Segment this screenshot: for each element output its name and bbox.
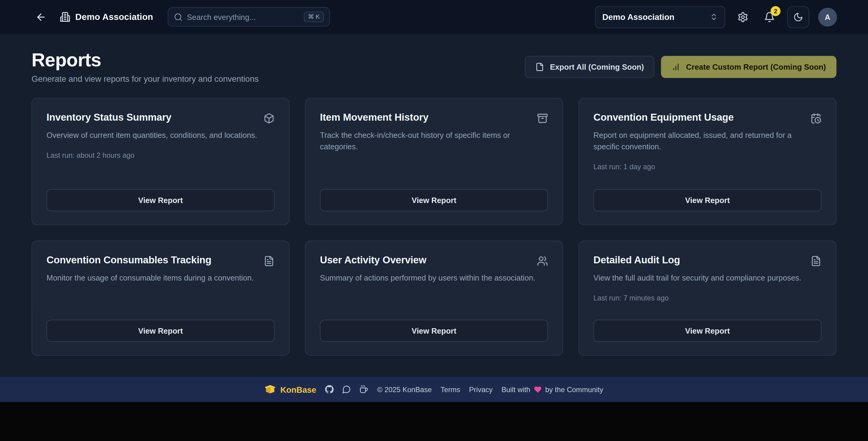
chat-icon[interactable]: [342, 385, 351, 394]
bar-chart-icon: [672, 62, 680, 71]
view-report-button[interactable]: View Report: [594, 320, 822, 342]
report-card-audit-log: Detailed Audit Log View the full audit t…: [579, 241, 836, 355]
footer-social-icons: [325, 385, 368, 394]
app-header: Demo Association ⌘ K Demo Association: [0, 0, 868, 34]
card-description: Summary of actions performed by users wi…: [320, 272, 548, 284]
export-all-button[interactable]: Export All (Coming Soon): [525, 56, 655, 78]
app-viewport: Demo Association ⌘ K Demo Association: [0, 0, 868, 441]
org-selector-value: Demo Association: [602, 12, 675, 22]
org-name: Demo Association: [75, 12, 153, 22]
file-text-icon: [810, 256, 822, 267]
reports-grid: Inventory Status Summary Overview of cur…: [32, 98, 837, 355]
notifications-button[interactable]: 2: [761, 8, 778, 26]
card-title: Convention Equipment Usage: [594, 112, 734, 123]
page-background: [0, 402, 868, 441]
header-actions: Demo Association 2: [595, 6, 837, 28]
search-input[interactable]: [187, 12, 300, 21]
card-last-run: Last run: 7 minutes ago: [594, 294, 822, 302]
archive-icon: [537, 113, 548, 124]
built-with-prefix: Built with: [501, 385, 530, 394]
back-button[interactable]: [35, 11, 46, 23]
org-brand[interactable]: Demo Association: [60, 12, 153, 22]
package-icon: [264, 113, 275, 124]
report-card-item-movement: Item Movement History Track the check-in…: [305, 98, 563, 225]
settings-button[interactable]: [734, 8, 752, 26]
view-report-button[interactable]: View Report: [46, 189, 274, 211]
create-custom-report-label: Create Custom Report (Coming Soon): [686, 62, 826, 71]
card-description: Monitor the usage of consumable items du…: [46, 272, 274, 284]
report-card-inventory-status: Inventory Status Summary Overview of cur…: [32, 98, 289, 225]
card-title: User Activity Overview: [320, 254, 426, 266]
footer-copyright: © 2025 KonBase: [377, 385, 432, 394]
konbase-logo-icon: [265, 383, 276, 396]
footer-brand[interactable]: KonBase: [265, 383, 316, 396]
building-icon: [60, 12, 70, 22]
footer-brand-name: KonBase: [280, 384, 316, 394]
card-title: Item Movement History: [320, 112, 428, 123]
chevrons-up-down-icon: [710, 13, 718, 21]
report-card-consumables-tracking: Convention Consumables Tracking Monitor …: [32, 241, 289, 355]
report-card-user-activity: User Activity Overview Summary of action…: [305, 241, 563, 355]
built-with-text: Built with by the Community: [501, 385, 603, 394]
arrow-left-icon: [35, 11, 46, 23]
moon-icon: [793, 12, 803, 22]
theme-toggle-button[interactable]: [787, 6, 809, 28]
card-title: Detailed Audit Log: [594, 254, 680, 266]
file-text-icon: [264, 256, 275, 267]
terms-link[interactable]: Terms: [440, 385, 460, 394]
page-heading-block: Reports Generate and view reports for yo…: [32, 49, 259, 83]
card-title: Convention Consumables Tracking: [46, 254, 211, 266]
view-report-button[interactable]: View Report: [594, 189, 822, 211]
search-shortcut-badge: ⌘ K: [304, 12, 324, 22]
github-icon[interactable]: [325, 385, 334, 394]
file-icon: [536, 62, 544, 71]
export-all-label: Export All (Coming Soon): [550, 62, 644, 71]
card-description: View the full audit trail for security a…: [594, 272, 822, 284]
heart-icon: [533, 385, 542, 394]
reports-page: Reports Generate and view reports for yo…: [0, 34, 868, 377]
privacy-link[interactable]: Privacy: [469, 385, 492, 394]
card-description: Report on equipment allocated, issued, a…: [594, 129, 822, 152]
avatar-initial: A: [825, 12, 831, 21]
create-custom-report-button[interactable]: Create Custom Report (Coming Soon): [661, 56, 837, 78]
page-subtitle: Generate and view reports for your inven…: [32, 74, 259, 83]
view-report-button[interactable]: View Report: [320, 189, 548, 211]
users-icon: [537, 256, 548, 267]
card-description: Overview of current item quantities, con…: [46, 129, 274, 141]
notification-count-badge: 2: [771, 6, 780, 16]
search-icon: [174, 12, 182, 21]
card-last-run: Last run: about 2 hours ago: [46, 151, 274, 160]
card-description: Track the check-in/check-out history of …: [320, 129, 548, 152]
built-with-suffix: by the Community: [545, 385, 603, 394]
report-card-equipment-usage: Convention Equipment Usage Report on equ…: [579, 98, 836, 225]
app-footer: KonBase © 2025 KonBase Terms Privacy Bui…: [0, 377, 868, 402]
card-title: Inventory Status Summary: [46, 112, 172, 123]
coffee-icon[interactable]: [360, 385, 368, 394]
calendar-clock-icon: [810, 113, 822, 124]
view-report-button[interactable]: View Report: [46, 320, 274, 342]
card-last-run: Last run: 1 day ago: [594, 163, 822, 171]
gear-icon: [737, 11, 748, 23]
view-report-button[interactable]: View Report: [320, 320, 548, 342]
page-title: Reports: [32, 49, 259, 70]
global-search[interactable]: ⌘ K: [167, 7, 330, 27]
org-selector-dropdown[interactable]: Demo Association: [595, 6, 725, 28]
avatar[interactable]: A: [818, 7, 837, 26]
